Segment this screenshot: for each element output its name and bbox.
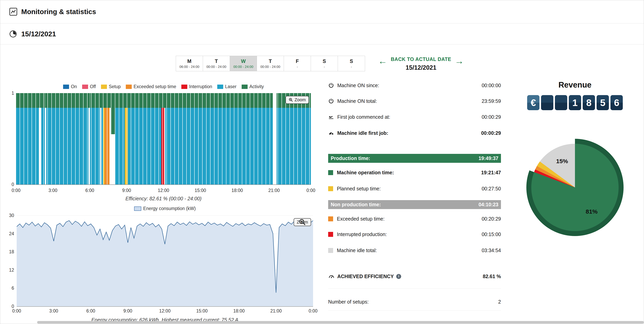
power-icon xyxy=(328,98,337,104)
horizontal-scrollbar[interactable] xyxy=(37,321,644,323)
legend-label: Off xyxy=(90,84,96,89)
digit-tile: 6 xyxy=(610,95,623,110)
machine-plot-bars xyxy=(16,93,311,184)
energy-consumption-chart: Zoom xyxy=(17,215,313,307)
legend-label: Activity xyxy=(250,84,264,89)
legend-swatch xyxy=(217,85,223,89)
stat-label: Planned setup time: xyxy=(337,186,381,192)
x-tick-label: 3:00 xyxy=(49,308,58,314)
stat-label: Non production time: xyxy=(331,202,381,207)
timeline-segment-interrupt xyxy=(161,93,164,184)
x-tick-label: 6:00 xyxy=(86,308,95,314)
legend-item-on: On xyxy=(63,84,77,89)
stat-row-achieved-efficiency: ACHIEVED EFFICIENCY i 82.61 % xyxy=(328,272,501,281)
timeline-segment-greendeep xyxy=(111,93,115,184)
day-tab-T[interactable]: T00:00 - 24:00 xyxy=(257,56,284,71)
gauge-icon xyxy=(328,130,337,136)
revenue-title: Revenue xyxy=(526,80,624,89)
pie-percent-label: 81% xyxy=(586,208,598,215)
day-tab-W[interactable]: W00:00 - 24:00 xyxy=(230,56,257,71)
stat-label: Number of setups: xyxy=(328,299,368,305)
y-tick-label: 18 xyxy=(9,249,14,254)
timeline-segment-setup xyxy=(103,93,104,184)
stat-label: ACHIEVED EFFICIENCY xyxy=(337,273,394,279)
machine-chart-legend: OnOffSetupExceeded setup timeInterruptio… xyxy=(16,84,311,89)
current-date: 15/12/2021 xyxy=(21,30,56,38)
y-tick-label: 0 xyxy=(12,182,14,187)
timeline-segment-run xyxy=(90,93,100,184)
legend-swatch xyxy=(63,85,69,89)
timeline-segment-run xyxy=(276,93,311,184)
day-tab-S[interactable]: S- xyxy=(338,56,365,71)
stat-row-exceeded-setup: Exceeded setup time: 00:20:29 xyxy=(328,214,501,223)
legend-item-setup: Setup xyxy=(101,84,121,89)
power-icon xyxy=(328,82,337,88)
y-tick-label: 30 xyxy=(9,213,14,218)
machine-chart-zoom-button[interactable]: Zoom xyxy=(286,96,309,104)
next-day-arrow-icon[interactable]: → xyxy=(455,56,464,66)
yellow-swatch-icon xyxy=(328,186,333,191)
legend-swatch xyxy=(242,85,248,89)
timeline-segment-exceeded xyxy=(104,93,110,184)
selected-date: 15/12/2021 xyxy=(406,64,436,71)
day-tab-letter: S xyxy=(350,58,353,64)
info-icon[interactable]: i xyxy=(396,274,401,279)
y-tick-label: 6 xyxy=(12,285,14,291)
x-tick-label: 12:00 xyxy=(158,188,169,193)
x-tick-label: 15:00 xyxy=(195,188,206,193)
timeline-segment-idle xyxy=(39,93,41,184)
stat-label: Machine operation time: xyxy=(337,170,394,175)
day-tab-letter: M xyxy=(187,58,192,64)
blank-digit-tile xyxy=(555,95,567,110)
stat-value: 00:20:29 xyxy=(482,216,501,222)
stat-row-number-of-setups: Number of setups: 2 xyxy=(328,297,501,306)
date-navigation: ← BACK TO ACTUAL DATE 15/12/2021 → xyxy=(378,56,464,71)
x-tick-label: 15:00 xyxy=(196,308,208,314)
stat-value: 00:27:50 xyxy=(482,186,501,192)
x-tick-label: 0:00 xyxy=(306,188,316,193)
legend-label: Interruption xyxy=(189,84,212,89)
day-tab-range: - xyxy=(324,65,325,69)
production-pie-chart: 15%81% xyxy=(526,139,624,236)
day-tab-S[interactable]: S- xyxy=(311,56,338,71)
line-chart-icon xyxy=(9,7,18,16)
day-tab-M[interactable]: M06:00 - 24:00 xyxy=(176,56,203,71)
y-tick-label: 24 xyxy=(9,231,14,236)
previous-day-arrow-icon[interactable]: ← xyxy=(378,56,387,66)
day-tab-T[interactable]: T00:00 - 24:00 xyxy=(203,56,230,71)
x-tick-label: 0:00 xyxy=(12,308,21,314)
gray-swatch-icon xyxy=(328,248,333,253)
digit-tile: 1 xyxy=(569,95,581,110)
efficiency-caption: Efficiency: 82.61 % (00:00 - 24:00) xyxy=(16,196,311,201)
day-tab-letter: S xyxy=(322,58,326,64)
day-tab-F[interactable]: F- xyxy=(284,56,311,71)
non-production-time-bar: Non production time: 04:10:23 xyxy=(328,200,501,209)
stat-value: 00:00:29 xyxy=(482,114,501,120)
stat-value: 2 xyxy=(498,299,501,305)
legend-swatch xyxy=(82,85,88,89)
timeline-segment-gap xyxy=(273,93,276,184)
divider xyxy=(328,310,501,310)
stat-row-idle-first-job: Machine idle first job: 00:00:29 xyxy=(328,129,501,137)
stat-row-interrupted: Interrupted production: 00:15:00 xyxy=(328,230,501,239)
stat-row-operation-time: Machine operation time: 19:21:47 xyxy=(328,168,501,177)
energy-chart-zoom-button[interactable]: Zoom xyxy=(294,218,311,226)
x-tick-label: 21:00 xyxy=(270,308,282,314)
machine-state-chart: Zoom xyxy=(16,93,311,185)
energy-legend-label: Energy consumption (kW) xyxy=(143,206,196,211)
x-tick-label: 12:00 xyxy=(159,308,170,314)
stat-label: Machine ON total: xyxy=(337,98,377,104)
green-swatch-icon xyxy=(328,170,333,175)
stat-label: Machine ON since: xyxy=(337,83,379,88)
stat-row-first-job: First job commenced at: 00:00:29 xyxy=(328,113,501,121)
energy-area-plot xyxy=(17,215,313,306)
stat-value: 00:00:29 xyxy=(481,130,501,136)
orange-swatch-icon xyxy=(328,216,333,221)
x-tick-label: 9:00 xyxy=(124,308,132,314)
timeline-segment-run xyxy=(46,93,89,184)
stat-row-idle-total: Machine idle total: 03:34:54 xyxy=(328,246,501,255)
stat-value: 04:10:23 xyxy=(478,202,498,207)
back-to-actual-date-button[interactable]: BACK TO ACTUAL DATE xyxy=(391,56,451,62)
machine-chart-x-axis: 0:003:006:009:0012:0015:0018:0021:000:00 xyxy=(16,188,311,194)
x-tick-label: 21:00 xyxy=(268,188,280,193)
